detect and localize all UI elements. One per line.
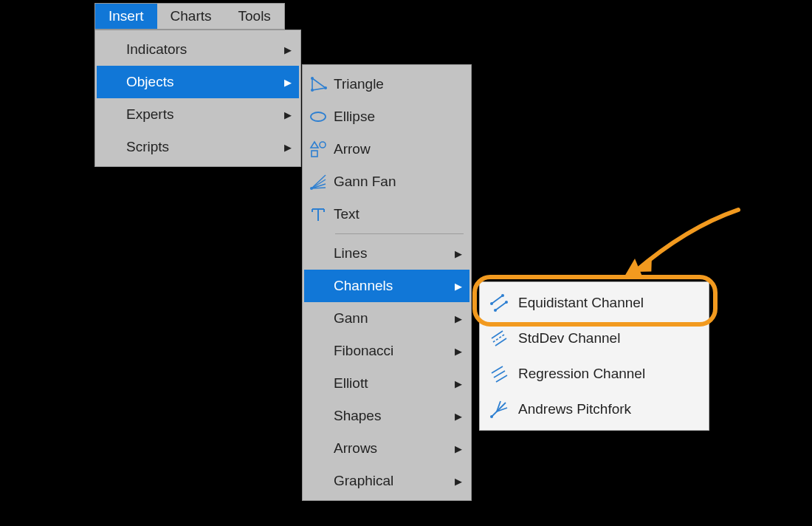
chevron-right-icon: ▶ bbox=[452, 248, 462, 259]
chevron-right-icon: ▶ bbox=[452, 346, 462, 357]
menu-insert: Indicators ▶ Objects ▶ Experts ▶ Scripts… bbox=[94, 30, 301, 167]
svg-point-0 bbox=[311, 77, 314, 80]
menu-item-andrews-pitchfork[interactable]: Andrews Pitchfork bbox=[481, 392, 707, 427]
chevron-right-icon: ▶ bbox=[281, 77, 292, 88]
svg-point-19 bbox=[494, 309, 497, 312]
menu-label: Arrows bbox=[332, 440, 452, 457]
menu-item-channels[interactable]: Channels ▶ bbox=[304, 270, 469, 302]
svg-point-3 bbox=[311, 112, 326, 121]
chevron-right-icon: ▶ bbox=[452, 443, 462, 454]
menu-item-lines[interactable]: Lines ▶ bbox=[304, 237, 469, 270]
chevron-right-icon: ▶ bbox=[281, 44, 292, 55]
menu-item-scripts[interactable]: Scripts ▶ bbox=[97, 131, 299, 163]
menu-channels: Equidistant Channel StdDev Channel Regre… bbox=[479, 281, 709, 431]
menu-label: Andrews Pitchfork bbox=[517, 401, 700, 417]
menubar-label: Tools bbox=[238, 8, 271, 24]
text-icon bbox=[304, 205, 332, 223]
svg-point-30 bbox=[490, 415, 493, 418]
svg-point-10 bbox=[310, 187, 313, 190]
menu-label: Scripts bbox=[125, 139, 281, 155]
chevron-right-icon: ▶ bbox=[452, 313, 462, 324]
menu-label: Equidistant Channel bbox=[517, 295, 700, 311]
menu-item-regression-channel[interactable]: Regression Channel bbox=[481, 356, 707, 392]
menu-item-graphical[interactable]: Graphical ▶ bbox=[304, 465, 469, 497]
menu-objects: Triangle Ellipse Arrow Gann Fa bbox=[302, 64, 472, 501]
menu-item-fibonacci[interactable]: Fibonacci ▶ bbox=[304, 335, 469, 367]
menu-label: Graphical bbox=[332, 473, 452, 489]
svg-line-25 bbox=[494, 371, 505, 378]
menu-item-indicators[interactable]: Indicators ▶ bbox=[97, 33, 299, 66]
menu-item-experts[interactable]: Experts ▶ bbox=[97, 98, 299, 131]
svg-point-1 bbox=[311, 89, 314, 92]
menubar-item-insert[interactable]: Insert bbox=[95, 4, 157, 29]
menu-label: Gann bbox=[332, 310, 452, 327]
menu-item-equidistant-channel[interactable]: Equidistant Channel bbox=[481, 285, 707, 321]
svg-point-4 bbox=[320, 142, 326, 148]
svg-point-2 bbox=[324, 86, 327, 89]
ellipse-icon bbox=[304, 108, 332, 126]
menu-item-gann[interactable]: Gann ▶ bbox=[304, 302, 469, 335]
andrews-pitchfork-icon bbox=[481, 400, 517, 419]
menu-label: Regression Channel bbox=[517, 366, 700, 382]
stddev-channel-icon bbox=[481, 329, 517, 348]
svg-point-20 bbox=[505, 301, 508, 304]
chevron-right-icon: ▶ bbox=[452, 476, 462, 487]
menu-item-gann-fan[interactable]: Gann Fan bbox=[304, 165, 469, 198]
svg-line-24 bbox=[492, 366, 503, 373]
menu-label: Experts bbox=[125, 106, 281, 123]
svg-line-26 bbox=[496, 375, 507, 382]
menu-label: Ellipse bbox=[332, 109, 462, 125]
svg-rect-5 bbox=[312, 151, 317, 157]
menubar-label: Insert bbox=[109, 8, 144, 24]
menu-label: Arrow bbox=[332, 141, 462, 157]
menu-label: Lines bbox=[332, 245, 452, 262]
chevron-right-icon: ▶ bbox=[281, 142, 292, 153]
menu-label: Shapes bbox=[332, 408, 452, 424]
menu-label: Channels bbox=[332, 278, 452, 294]
menu-label: Fibonacci bbox=[332, 343, 452, 359]
menu-item-elliott[interactable]: Elliott ▶ bbox=[304, 367, 469, 400]
triangle-icon bbox=[304, 75, 332, 93]
menu-label: Objects bbox=[125, 74, 281, 90]
menu-label: Elliott bbox=[332, 375, 452, 392]
menu-label: StdDev Channel bbox=[517, 330, 700, 346]
svg-line-9 bbox=[312, 188, 326, 188]
chevron-right-icon: ▶ bbox=[452, 411, 462, 422]
menu-item-shapes[interactable]: Shapes ▶ bbox=[304, 400, 469, 432]
svg-line-7 bbox=[312, 180, 326, 188]
menu-item-arrow[interactable]: Arrow bbox=[304, 133, 469, 165]
shapes-icon bbox=[304, 140, 332, 158]
svg-point-18 bbox=[501, 294, 504, 297]
menu-item-ellipse[interactable]: Ellipse bbox=[304, 100, 469, 133]
menu-item-objects[interactable]: Objects ▶ bbox=[97, 66, 299, 98]
menu-item-triangle[interactable]: Triangle bbox=[304, 68, 469, 100]
callout-arrow-icon bbox=[613, 205, 746, 294]
menubar-item-charts[interactable]: Charts bbox=[157, 4, 225, 29]
menubar-item-tools[interactable]: Tools bbox=[225, 4, 284, 29]
equidistant-channel-icon bbox=[481, 293, 517, 312]
svg-line-15 bbox=[492, 296, 503, 304]
menu-item-text[interactable]: Text bbox=[304, 198, 469, 230]
menu-separator bbox=[335, 233, 464, 234]
menu-label: Triangle bbox=[332, 76, 462, 92]
menubar-label: Charts bbox=[171, 8, 212, 24]
svg-point-17 bbox=[490, 302, 493, 305]
chevron-right-icon: ▶ bbox=[452, 378, 462, 389]
menu-label: Text bbox=[332, 206, 462, 222]
regression-channel-icon bbox=[481, 364, 517, 383]
chevron-right-icon: ▶ bbox=[452, 281, 462, 292]
menubar: Insert Charts Tools bbox=[94, 3, 285, 30]
menu-item-stddev-channel[interactable]: StdDev Channel bbox=[481, 321, 707, 356]
gann-fan-icon bbox=[304, 173, 332, 191]
menu-label: Indicators bbox=[125, 41, 281, 58]
menu-label: Gann Fan bbox=[332, 174, 462, 190]
svg-line-16 bbox=[495, 302, 506, 310]
menu-item-arrows[interactable]: Arrows ▶ bbox=[304, 432, 469, 465]
chevron-right-icon: ▶ bbox=[281, 109, 292, 120]
